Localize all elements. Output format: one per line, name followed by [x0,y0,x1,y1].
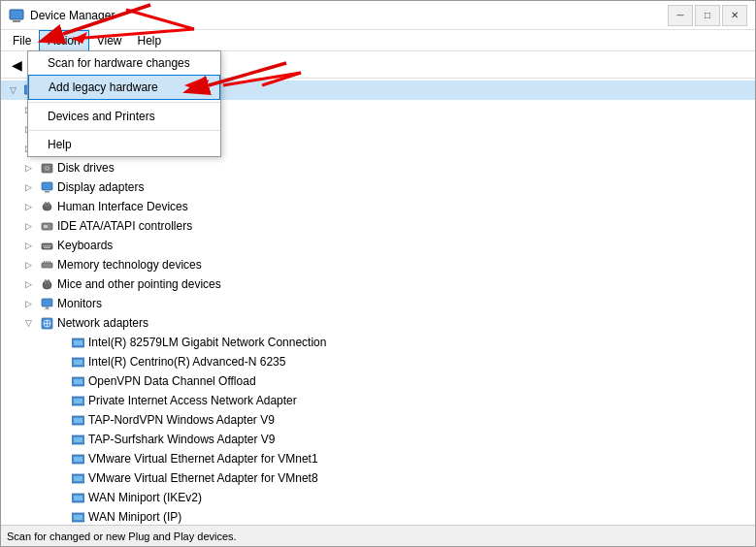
svg-rect-18 [45,191,49,193]
tree-net-2[interactable]: Intel(R) Centrino(R) Advanced-N 6235 [1,352,755,371]
tree-net-3[interactable]: OpenVPN Data Channel Offload [1,371,755,391]
net-7-icon [70,451,85,467]
svg-rect-31 [42,263,52,268]
window-controls: ─ □ ✕ [668,5,747,26]
tree-ide[interactable]: ▷ IDE ATA/ATAPI controllers [1,216,755,236]
svg-rect-27 [47,244,48,245]
ide-label: IDE ATA/ATAPI controllers [57,219,192,233]
tree-net-6[interactable]: TAP-Surfshark Windows Adapter V9 [1,430,755,449]
close-button[interactable]: ✕ [722,5,747,26]
expand-net-10 [51,509,67,525]
keyboards-label: Keyboards [57,239,113,252]
net-4-label: Private Internet Access Network Adapter [88,394,297,407]
net-4-icon [70,393,85,408]
svg-rect-28 [49,244,49,245]
svg-rect-19 [43,204,51,210]
tree-network[interactable]: ▽ Network adapters [1,313,755,333]
minimize-button[interactable]: ─ [668,5,693,26]
tree-net-7[interactable]: VMware Virtual Ethernet Adapter for VMne… [1,449,755,468]
tree-display[interactable]: ▷ Display adapters [1,177,755,197]
menu-view[interactable]: View [89,30,130,51]
app-icon [9,8,24,23]
svg-rect-17 [42,182,52,190]
mice-icon [39,276,54,292]
disk-icon [39,160,54,176]
dropdown-add-legacy[interactable]: Add legacy hardware [28,75,220,100]
maximize-button[interactable]: □ [695,5,720,26]
net-3-icon [70,373,85,389]
action-dropdown: Scan for hardware changes Add legacy har… [27,50,221,157]
svg-rect-49 [74,360,82,365]
svg-rect-38 [48,279,49,284]
tree-hid[interactable]: ▷ Human Interface Devices [1,197,755,216]
svg-rect-26 [45,244,46,245]
expand-net-3 [51,373,67,389]
hid-label: Human Interface Devices [57,200,188,213]
expand-net-2 [51,354,67,370]
tree-net-10[interactable]: WAN Miniport (IP) [1,507,755,525]
svg-rect-1 [13,20,20,22]
net-1-icon [70,335,85,350]
net-6-label: TAP-Surfshark Windows Adapter V9 [88,433,276,446]
dropdown-scan[interactable]: Scan for hardware changes [28,51,220,75]
menu-action[interactable]: Action [39,30,88,51]
hid-icon [39,199,54,214]
tree-net-8[interactable]: VMware Virtual Ethernet Adapter for VMne… [1,468,755,488]
net-5-icon [70,412,85,428]
disk-drives-label: Disk drives [57,161,115,175]
svg-rect-35 [49,261,50,264]
tree-net-5[interactable]: TAP-NordVPN Windows Adapter V9 [1,410,755,430]
expand-memory: ▷ [20,257,36,273]
tree-mice[interactable]: ▷ Mice and other pointing devices [1,274,755,294]
net-8-icon [70,470,85,486]
expand-net-9 [51,490,67,505]
menu-bar: File Action View Help [1,30,755,51]
svg-rect-33 [46,261,47,264]
dropdown-devices-printers[interactable]: Devices and Printers [28,105,220,128]
net-9-icon [70,490,85,505]
ide-icon [39,218,54,234]
toolbar-back[interactable]: ◀ [5,53,28,77]
svg-rect-34 [48,261,49,264]
status-bar: Scan for changed or new Plug and Play de… [1,525,755,546]
tree-keyboards[interactable]: ▷ Keyboards [1,236,755,255]
svg-rect-40 [46,306,49,308]
svg-rect-20 [45,202,47,207]
svg-rect-41 [44,308,49,309]
svg-rect-24 [42,243,52,249]
menu-help[interactable]: Help [130,30,170,51]
memory-icon [39,257,54,273]
keyboards-icon [39,238,54,253]
tree-monitors[interactable]: ▷ Monitors [1,294,755,313]
net-2-icon [70,354,85,370]
tree-net-1[interactable]: Intel(R) 82579LM Gigabit Network Connect… [1,333,755,352]
dropdown-help[interactable]: Help [28,133,220,156]
tree-net-4[interactable]: Private Internet Access Network Adapter [1,391,755,410]
svg-rect-39 [42,299,52,306]
display-icon [39,179,54,195]
svg-rect-36 [43,281,51,289]
net-10-icon [70,509,85,525]
expand-disk: ▷ [20,160,36,176]
net-2-label: Intel(R) Centrino(R) Advanced-N 6235 [88,355,285,369]
menu-file[interactable]: File [5,30,39,51]
mice-label: Mice and other pointing devices [57,277,221,291]
tree-memory[interactable]: ▷ Memory technology devices [1,255,755,274]
svg-rect-55 [74,418,82,423]
tree-net-9[interactable]: WAN Miniport (IKEv2) [1,488,755,507]
network-icon [39,315,54,331]
net-3-label: OpenVPN Data Channel Offload [88,374,256,388]
svg-rect-25 [43,244,44,245]
svg-rect-21 [48,202,49,207]
add-legacy-label: Add legacy hardware [49,80,158,94]
svg-rect-29 [50,244,51,245]
expand-net-6 [51,432,67,447]
svg-rect-47 [74,340,82,345]
dropdown-sep-2 [28,130,220,131]
svg-rect-0 [10,10,23,19]
net-10-label: WAN Miniport (IP) [88,510,181,524]
tree-disk-drives[interactable]: ▷ Disk drives [1,158,755,177]
svg-rect-53 [74,399,82,403]
expand-root: ▽ [5,82,20,98]
svg-rect-30 [44,246,50,247]
